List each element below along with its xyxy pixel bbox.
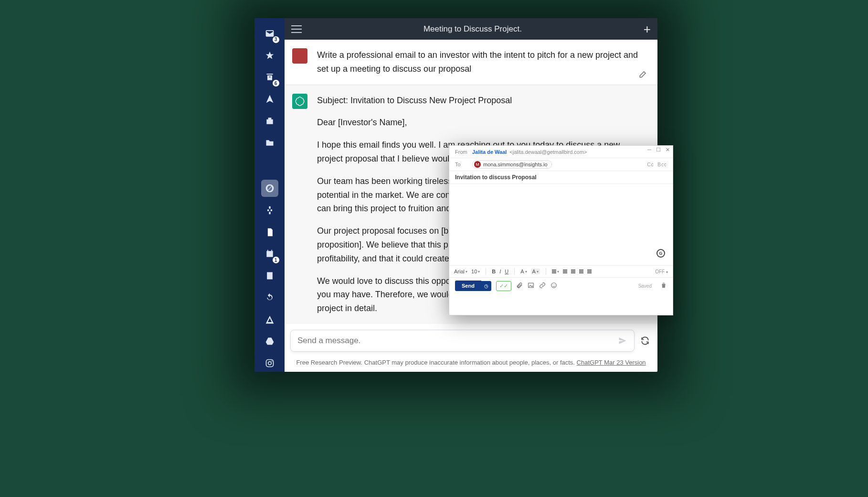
- cc-button[interactable]: Cc: [647, 162, 654, 167]
- emoji-icon: [550, 282, 557, 289]
- drive-icon: [265, 336, 275, 346]
- chatgpt-icon: [265, 184, 275, 193]
- discard-button[interactable]: [660, 282, 667, 290]
- close-button[interactable]: ✕: [666, 147, 670, 153]
- tracking-button[interactable]: ✓✓: [496, 281, 511, 291]
- link-button[interactable]: [539, 282, 546, 290]
- align-button[interactable]: ▾: [552, 270, 559, 274]
- app-sidebar: 3 6 1: [254, 18, 285, 372]
- from-name[interactable]: Jalita de Waal: [472, 149, 507, 155]
- image-button[interactable]: [528, 282, 534, 290]
- star-icon: [265, 51, 275, 60]
- sidebar-nav[interactable]: [261, 311, 278, 328]
- sidebar-archive[interactable]: 6: [261, 69, 278, 86]
- trash-icon: [660, 282, 667, 289]
- subject-field[interactable]: Invitation to discuss Proposal: [449, 171, 673, 184]
- sidebar-refresh[interactable]: [261, 289, 278, 306]
- regenerate-icon: [640, 336, 650, 346]
- response-subject: Subject: Invitation to Discuss New Proje…: [317, 94, 648, 108]
- sidebar-toolbox[interactable]: [261, 112, 278, 130]
- fontsize-select[interactable]: 10 ▾: [471, 269, 480, 274]
- recipient-chip[interactable]: M mona.simmons@insights.io: [472, 160, 552, 169]
- sidebar-instagram[interactable]: [261, 355, 278, 372]
- openai-icon: [295, 96, 305, 107]
- edit-icon[interactable]: [638, 69, 648, 79]
- archive-badge: 6: [273, 80, 279, 86]
- number-list-button[interactable]: [571, 270, 575, 273]
- recipient-avatar: M: [474, 161, 481, 168]
- sidebar-document[interactable]: [261, 224, 278, 241]
- outdent-button[interactable]: [579, 270, 583, 273]
- toolbox-icon: [265, 116, 275, 126]
- format-toolbar: Arial ▾ 10 ▾ B I U A ▾ A ▾ ▾ OFF ▾: [449, 265, 673, 278]
- bcc-button[interactable]: Bcc: [657, 162, 667, 167]
- saved-status: Saved: [638, 283, 652, 289]
- compose-actions: Send ◷ ✓✓ Saved: [449, 278, 673, 294]
- user-message-text: Write a professional email to an investo…: [317, 48, 648, 76]
- user-avatar: [292, 48, 307, 64]
- chat-header: Meeting to Discuss Project. +: [285, 18, 657, 40]
- user-message: Write a professional email to an investo…: [285, 40, 657, 85]
- indent-button[interactable]: [587, 270, 592, 273]
- version-link[interactable]: ChatGPT Mar 23 Version: [577, 359, 646, 366]
- from-label: From: [455, 149, 472, 155]
- svg-point-6: [554, 284, 555, 285]
- bold-button[interactable]: B: [492, 269, 496, 274]
- svg-point-5: [553, 284, 553, 285]
- recipient-email: mona.simmons@insights.io: [483, 162, 548, 167]
- align-icon: [552, 270, 556, 273]
- grammarly-icon[interactable]: G: [656, 249, 665, 258]
- footer-disclaimer: Free Research Preview. ChatGPT may produ…: [285, 359, 657, 366]
- link-icon: [539, 282, 546, 289]
- nav-icon: [265, 315, 275, 324]
- italic-button[interactable]: I: [499, 269, 501, 274]
- attach-button[interactable]: [516, 282, 523, 290]
- sidebar-chatgpt[interactable]: [261, 180, 278, 197]
- slack-icon: [265, 205, 275, 215]
- textcolor-button[interactable]: A ▾: [520, 269, 527, 274]
- chat-input-bar: [290, 330, 635, 352]
- to-label: To: [455, 162, 472, 167]
- underline-button[interactable]: U: [505, 269, 508, 274]
- sidebar-send[interactable]: [261, 90, 278, 108]
- new-chat-button[interactable]: +: [644, 23, 651, 35]
- bgcolor-button[interactable]: A ▾: [531, 269, 540, 274]
- chat-input[interactable]: [297, 336, 618, 346]
- sidebar-star[interactable]: [261, 47, 278, 64]
- paperclip-icon: [516, 282, 523, 289]
- formatting-toggle[interactable]: OFF ▾: [655, 269, 668, 274]
- send-options-button[interactable]: ◷: [481, 281, 491, 291]
- inbox-icon: [265, 29, 275, 38]
- chat-title: Meeting to Discuss Project.: [302, 24, 644, 34]
- bullet-list-button[interactable]: [563, 270, 567, 273]
- calendar-badge: 1: [273, 257, 279, 263]
- minimize-button[interactable]: ─: [647, 147, 651, 153]
- folder-icon: [265, 138, 275, 148]
- sidebar-drive[interactable]: [261, 333, 278, 350]
- sidebar-inbox[interactable]: 3: [261, 25, 278, 42]
- indent-icon: [587, 270, 592, 273]
- sidebar-slack[interactable]: [261, 202, 278, 219]
- contacts-icon: [265, 271, 275, 281]
- compose-body[interactable]: G: [449, 184, 673, 265]
- menu-button[interactable]: [291, 25, 302, 33]
- maximize-button[interactable]: ☐: [656, 147, 661, 153]
- from-row: From Jalita de Waal <jalita.dewaal@getma…: [449, 146, 673, 158]
- image-icon: [528, 282, 534, 289]
- sidebar-contacts[interactable]: [261, 267, 278, 284]
- instagram-icon: [265, 358, 275, 368]
- to-row: To M mona.simmons@insights.io Cc Bcc: [449, 158, 673, 171]
- emoji-button[interactable]: [550, 282, 557, 290]
- inbox-badge: 3: [273, 36, 279, 43]
- numbered-icon: [571, 270, 575, 273]
- font-select[interactable]: Arial ▾: [454, 269, 467, 274]
- svg-point-1: [268, 362, 271, 365]
- svg-point-2: [271, 361, 272, 362]
- sidebar-calendar[interactable]: 1: [261, 245, 278, 262]
- send-message-icon[interactable]: [618, 336, 627, 346]
- regenerate-button[interactable]: [638, 330, 652, 352]
- sidebar-folder[interactable]: [261, 134, 278, 151]
- from-email: <jalita.dewaal@getmailbird.com>: [509, 149, 587, 155]
- response-greeting: Dear [Investor's Name],: [317, 116, 648, 130]
- send-button[interactable]: Send: [455, 281, 481, 291]
